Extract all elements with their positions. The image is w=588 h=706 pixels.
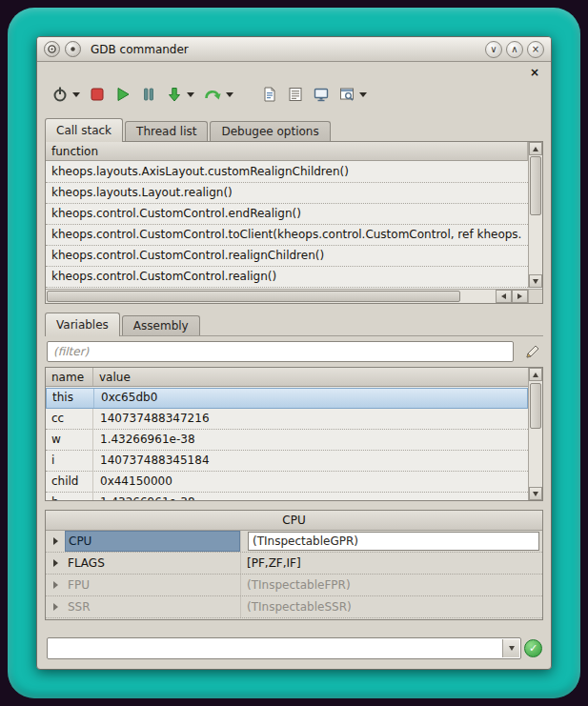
dock-close-button[interactable]: × xyxy=(528,67,541,80)
variable-value: 140737488345184 xyxy=(93,451,528,471)
command-list-button[interactable] xyxy=(284,83,307,106)
variable-name: b xyxy=(46,493,93,500)
titlebar[interactable]: GDB commander ∨ ∧ × xyxy=(37,37,551,62)
call-stack-row[interactable]: kheops.layouts.Layout.realign() xyxy=(46,183,528,204)
watch-monitor-button[interactable] xyxy=(310,83,333,106)
filter-button[interactable] xyxy=(524,343,541,360)
expander-icon[interactable] xyxy=(46,575,65,595)
call-stack-row[interactable]: kheops.control.CustomControl.realign() xyxy=(46,267,528,288)
horizontal-scroll-thumb[interactable] xyxy=(47,291,460,302)
call-stack-rows: kheops.layouts.AxisLayout.customRealignC… xyxy=(46,162,528,288)
call-stack-row[interactable]: kheops.layouts.AxisLayout.customRealignC… xyxy=(46,162,528,183)
scroll-up-button[interactable] xyxy=(529,368,542,381)
cpu-value-editor[interactable]: (TInspectableGPR) xyxy=(248,532,539,551)
source-file-icon xyxy=(261,86,278,103)
call-stack-list: function kheops.layouts.AxisLayout.custo… xyxy=(45,141,543,304)
run-button[interactable] xyxy=(112,83,134,106)
variable-row[interactable]: w 1.43266961e-38 xyxy=(46,430,528,451)
secondary-tabs: Variables Assembly xyxy=(45,313,202,336)
minimize-button[interactable]: ∨ xyxy=(485,41,502,58)
gdb-commander-window: GDB commander ∨ ∧ × × xyxy=(36,36,552,670)
scrollbar-corner xyxy=(528,289,542,303)
vertical-scroll-thumb[interactable] xyxy=(530,156,541,215)
power-dropdown-icon[interactable] xyxy=(72,92,80,97)
cpu-row-fpu[interactable]: FPU (TInspectableFPR) xyxy=(46,575,542,596)
cpu-inspector: CPU CPU (TInspectableGPR) FLAGS [PF,ZF,I… xyxy=(45,510,543,620)
cpu-row-name: CPU xyxy=(65,531,240,552)
expander-icon[interactable] xyxy=(46,596,65,617)
cpu-row-value: (TInspectableSSR) xyxy=(240,596,542,617)
call-stack-column-header[interactable]: function xyxy=(46,142,528,161)
variable-row-selected[interactable]: this 0xc65db0 xyxy=(46,388,528,409)
watch-monitor-icon xyxy=(313,86,330,103)
column-header-name[interactable]: name xyxy=(46,368,93,386)
gdb-command-combobox[interactable] xyxy=(47,637,521,659)
scroll-right-button[interactable] xyxy=(512,290,528,303)
variable-row[interactable]: cc 140737488347216 xyxy=(46,409,528,430)
cpu-row-flags[interactable]: FLAGS [PF,ZF,IF] xyxy=(46,553,542,575)
call-stack-row[interactable]: kheops.control.CustomControl.toClient(kh… xyxy=(46,225,528,246)
variable-name: child xyxy=(46,472,93,492)
call-stack-horizontal-scrollbar[interactable] xyxy=(46,289,528,303)
stop-icon xyxy=(89,86,106,103)
tab-thread-list[interactable]: Thread list xyxy=(125,121,208,141)
tab-debugee-options[interactable]: Debugee options xyxy=(210,121,330,141)
step-over-button[interactable] xyxy=(200,83,236,106)
cpu-row-name: SSR xyxy=(65,596,240,617)
maximize-button[interactable]: ∧ xyxy=(506,41,523,58)
tab-assembly[interactable]: Assembly xyxy=(122,315,200,335)
scroll-down-button[interactable] xyxy=(529,274,542,288)
vertical-scroll-thumb[interactable] xyxy=(530,383,541,429)
cpu-row-ssr[interactable]: SSR (TInspectableSSR) xyxy=(46,596,542,618)
send-command-button[interactable]: ✓ xyxy=(524,639,542,657)
variables-header-row: name value xyxy=(46,368,528,387)
variable-name: this xyxy=(47,389,94,408)
window-menu-icon[interactable] xyxy=(65,41,81,57)
call-stack-row[interactable]: kheops.control.CustomControl.realignChil… xyxy=(46,246,528,267)
pause-button[interactable] xyxy=(137,83,160,106)
variable-name: cc xyxy=(46,409,93,429)
window-menu-glyph xyxy=(68,44,78,54)
desktop-background: GDB commander ∨ ∧ × × xyxy=(0,0,588,706)
source-file-button[interactable] xyxy=(258,83,281,106)
chevron-down-icon xyxy=(509,646,515,651)
call-stack-row[interactable]: kheops.control.CustomControl.endRealign(… xyxy=(46,204,528,225)
call-stack-vertical-scrollbar[interactable] xyxy=(528,142,542,288)
close-button[interactable]: × xyxy=(527,41,544,58)
process-window-dropdown-icon[interactable] xyxy=(359,92,367,97)
combobox-dropdown-button[interactable] xyxy=(502,639,519,657)
column-header-value[interactable]: value xyxy=(93,368,528,386)
scroll-up-button[interactable] xyxy=(529,142,542,155)
step-into-button[interactable] xyxy=(163,83,197,106)
command-list-icon xyxy=(287,86,304,103)
expander-icon[interactable] xyxy=(46,553,65,574)
process-window-button[interactable] xyxy=(335,83,370,106)
tab-call-stack[interactable]: Call stack xyxy=(45,118,123,142)
step-into-icon xyxy=(166,86,183,103)
variable-row[interactable]: i 140737488345184 xyxy=(46,451,528,472)
step-over-icon xyxy=(203,86,222,103)
app-icon[interactable] xyxy=(44,41,60,57)
scroll-left-button[interactable] xyxy=(496,290,512,303)
step-into-dropdown-icon[interactable] xyxy=(187,92,194,97)
variables-vertical-scrollbar[interactable] xyxy=(528,368,542,500)
step-over-dropdown-icon[interactable] xyxy=(226,92,233,97)
variable-row[interactable]: b 1.43266961e-38 xyxy=(46,493,528,500)
filter-input[interactable] xyxy=(47,341,514,362)
power-button[interactable] xyxy=(49,83,83,106)
arrow-right-icon xyxy=(517,293,522,299)
run-icon xyxy=(114,86,132,103)
variables-page: name value this 0xc65db0 cc 140737488347… xyxy=(45,340,543,501)
scroll-down-button[interactable] xyxy=(529,487,542,500)
app-icon-glyph xyxy=(47,44,57,54)
variable-row[interactable]: child 0x44150000 xyxy=(46,472,528,493)
cpu-row-gpr[interactable]: CPU (TInspectableGPR) xyxy=(46,531,542,553)
variables-grid: name value this 0xc65db0 cc 140737488347… xyxy=(45,367,543,501)
filter-pen-icon xyxy=(524,343,541,360)
expander-icon[interactable] xyxy=(46,531,65,552)
stop-button[interactable] xyxy=(86,83,109,106)
window-outer-frame: GDB commander ∨ ∧ × × xyxy=(8,8,580,698)
tab-variables[interactable]: Variables xyxy=(45,313,120,336)
cpu-row-value: (TInspectableFPR) xyxy=(240,575,542,595)
gdb-command-input[interactable] xyxy=(49,639,501,657)
